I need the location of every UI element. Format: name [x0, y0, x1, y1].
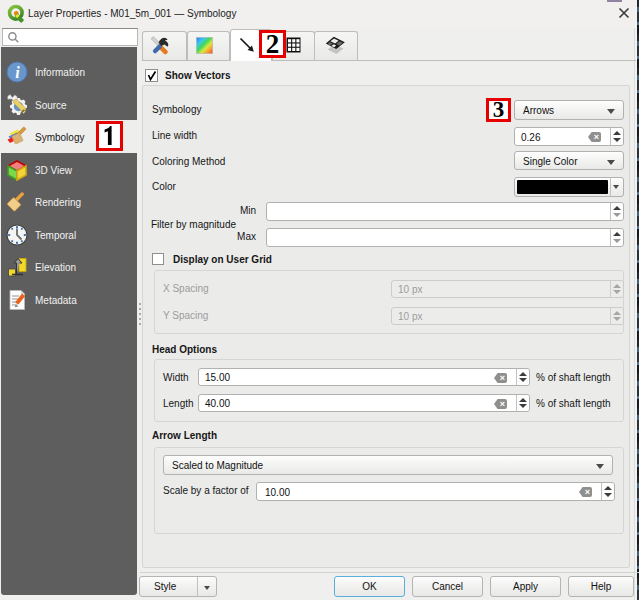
- svg-text:i: i: [15, 64, 20, 81]
